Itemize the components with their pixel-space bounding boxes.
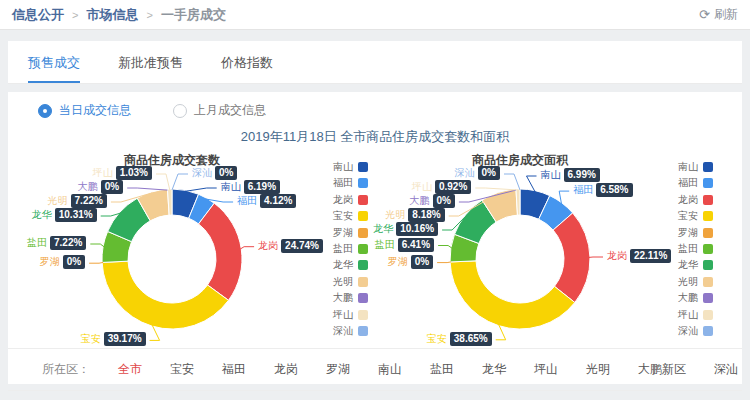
breadcrumb-separator: >: [146, 9, 152, 21]
slice-label-value: 0%: [215, 166, 237, 180]
district-option[interactable]: 盐田: [430, 361, 454, 378]
district-option[interactable]: 全市: [118, 361, 142, 378]
slice-label-value: 7.22%: [50, 236, 86, 250]
tab[interactable]: 预售成交: [28, 54, 80, 83]
slice-label: 盐田7.22%: [27, 236, 86, 250]
legend-item[interactable]: 龙华: [333, 259, 368, 271]
legend-item[interactable]: 大鹏: [333, 292, 368, 304]
legend-swatch: [703, 178, 713, 188]
slice-label-name: 罗湖: [40, 257, 60, 267]
radio-icon: [173, 104, 187, 118]
district-option[interactable]: 龙华: [482, 361, 506, 378]
legend-swatch: [358, 162, 368, 172]
slice-label-value: 1.03%: [116, 166, 152, 180]
legend-item[interactable]: 深汕: [678, 325, 713, 337]
breadcrumb-item[interactable]: 市场信息: [86, 6, 138, 24]
legend-item[interactable]: 龙华: [678, 259, 713, 271]
label-connector: [89, 262, 103, 263]
district-option[interactable]: 罗湖: [326, 361, 350, 378]
district-option[interactable]: 深汕: [714, 361, 738, 378]
slice-label: 龙岗22.11%: [607, 249, 671, 263]
label-connector: [559, 191, 569, 204]
legend-item[interactable]: 坪山: [678, 309, 713, 321]
slice-label-name: 坪山: [93, 168, 113, 178]
legend-item[interactable]: 南山: [678, 161, 713, 173]
district-option[interactable]: 大鹏新区: [638, 361, 686, 378]
pie-slice[interactable]: [199, 203, 242, 300]
slice-label: 深汕0%: [192, 166, 237, 180]
legend-item[interactable]: 盐田: [333, 243, 368, 255]
slice-label-name: 深汕: [455, 168, 475, 178]
slice-label-name: 宝安: [81, 334, 101, 344]
district-option[interactable]: 福田: [222, 361, 246, 378]
legend-item[interactable]: 大鹏: [678, 292, 713, 304]
district-option[interactable]: 宝安: [170, 361, 194, 378]
tab[interactable]: 价格指数: [221, 54, 273, 83]
slice-label: 南山6.19%: [221, 180, 280, 194]
legend-item[interactable]: 宝安: [333, 210, 368, 222]
legend-swatch: [703, 244, 713, 254]
refresh-button[interactable]: ⟳ 刷新: [699, 6, 738, 23]
slice-label-value: 10.16%: [396, 222, 438, 236]
legend-item[interactable]: 宝安: [678, 210, 713, 222]
district-filter-options: 全市宝安福田龙岗罗湖南山盐田龙华坪山光明大鹏新区深汕: [118, 361, 738, 378]
pie-slice[interactable]: [450, 261, 575, 329]
page-title: 2019年11月18日 全市商品住房成交套数和面积: [8, 128, 742, 144]
breadcrumb-separator: >: [72, 9, 78, 21]
legend-swatch: [703, 260, 713, 270]
breadcrumb-item[interactable]: 信息公开: [12, 6, 64, 24]
slice-label-value: 22.11%: [630, 249, 671, 263]
legend-item[interactable]: 深汕: [333, 325, 368, 337]
legend-label: 宝安: [678, 209, 698, 223]
radio-option[interactable]: 上月成交信息: [173, 102, 266, 119]
refresh-icon: ⟳: [699, 8, 710, 21]
slice-label: 宝安39.17%: [81, 332, 146, 346]
radio-group: 当日成交信息上月成交信息: [8, 92, 742, 119]
pie-slice[interactable]: [102, 261, 228, 329]
legend-item[interactable]: 龙岗: [333, 194, 368, 206]
legend-item[interactable]: 福田: [678, 177, 713, 189]
legend-label: 龙岗: [333, 193, 353, 207]
district-option[interactable]: 南山: [378, 361, 402, 378]
legend-item[interactable]: 光明: [333, 276, 368, 288]
legend-item[interactable]: 坪山: [333, 309, 368, 321]
slice-label: 罗湖0%: [388, 255, 433, 269]
tabs-card: 预售成交新批准预售价格指数: [8, 41, 742, 84]
district-option[interactable]: 坪山: [534, 361, 558, 378]
legend-item[interactable]: 光明: [678, 276, 713, 288]
legend-label: 龙华: [678, 258, 698, 272]
label-connector: [438, 246, 452, 249]
slice-label-name: 龙华: [373, 224, 393, 234]
legend-item[interactable]: 福田: [333, 177, 368, 189]
legend-label: 盐田: [678, 242, 698, 256]
legend-swatch: [358, 211, 368, 221]
legend-swatch: [358, 326, 368, 336]
slice-label: 深汕0%: [455, 166, 500, 180]
slice-label: 光明8.18%: [385, 208, 444, 222]
legend-item[interactable]: 罗湖: [333, 227, 368, 239]
tab[interactable]: 新批准预售: [118, 54, 183, 83]
legend-item[interactable]: 盐田: [678, 243, 713, 255]
legend-swatch: [358, 277, 368, 287]
legend-item[interactable]: 南山: [333, 161, 368, 173]
legend-swatch: [703, 162, 713, 172]
legend-swatch: [703, 293, 713, 303]
label-connector: [127, 188, 167, 190]
slice-label: 福田4.12%: [237, 194, 296, 208]
legend-item[interactable]: 龙岗: [678, 194, 713, 206]
slice-label-value: 6.41%: [398, 238, 434, 252]
slice-label-value: 6.99%: [564, 168, 600, 182]
district-option[interactable]: 龙岗: [274, 361, 298, 378]
radio-option[interactable]: 当日成交信息: [38, 102, 131, 119]
district-filter-label: 所在区：: [42, 361, 90, 378]
slice-label: 大鹏0%: [78, 180, 123, 194]
legend-swatch: [703, 326, 713, 336]
legend-item[interactable]: 罗湖: [678, 227, 713, 239]
district-option[interactable]: 光明: [586, 361, 610, 378]
legend-swatch: [703, 277, 713, 287]
topbar: 信息公开>市场信息>一手房成交 ⟳ 刷新: [0, 0, 750, 30]
slice-label-value: 6.19%: [244, 180, 280, 194]
label-connector: [90, 244, 104, 247]
legend-label: 坪山: [333, 308, 353, 322]
slice-label-name: 南山: [541, 170, 561, 180]
